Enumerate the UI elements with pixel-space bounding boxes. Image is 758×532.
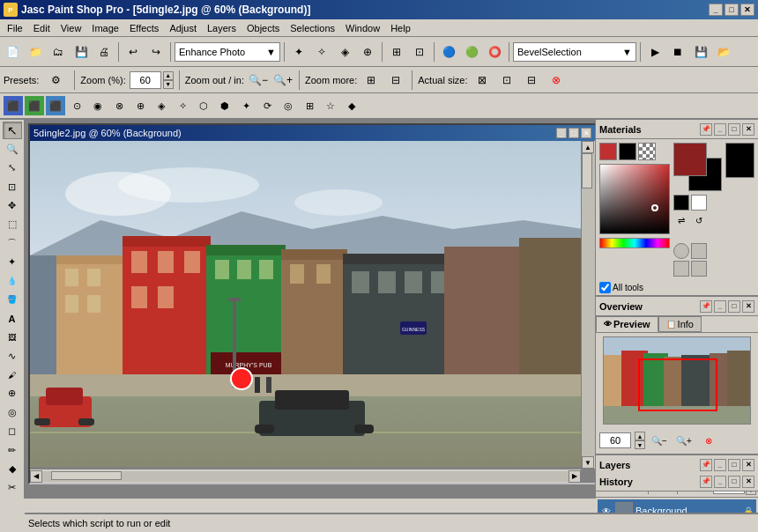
layers-float-button[interactable]: 📌 xyxy=(700,459,712,471)
swap-button[interactable]: ⇌ xyxy=(673,212,689,228)
fx-btn-3[interactable]: ⬛ xyxy=(46,96,65,115)
tool8-button[interactable]: 🟢 xyxy=(461,41,482,63)
fx-btn-2[interactable]: ⬛ xyxy=(25,96,44,115)
tool-deform[interactable]: ⤡ xyxy=(3,159,22,177)
fit-stop[interactable]: ⊗ xyxy=(546,70,567,91)
history-minimize-button[interactable]: _ xyxy=(714,476,726,488)
materials-float-button[interactable]: 📌 xyxy=(700,123,712,136)
fx-btn-13[interactable]: ⟳ xyxy=(257,96,277,115)
vscroll-thumb[interactable] xyxy=(582,153,592,188)
fx-btn-8[interactable]: ◈ xyxy=(152,96,171,115)
tool2-button[interactable]: ✧ xyxy=(311,41,332,63)
fx-btn-15[interactable]: ⊞ xyxy=(300,96,319,115)
browse-button[interactable]: 🗂 xyxy=(48,41,69,63)
tool-paint-bucket[interactable]: 🪣 xyxy=(3,291,22,308)
tool-zoom[interactable]: 🔍 xyxy=(3,140,22,158)
tool-freehand[interactable]: ⌒ xyxy=(3,234,22,252)
canvas-close-button[interactable]: ✕ xyxy=(581,128,591,138)
fx-btn-6[interactable]: ⊗ xyxy=(109,96,129,115)
zoom-down-button[interactable]: ▼ xyxy=(163,80,174,89)
zoom-more-1[interactable]: ⊞ xyxy=(360,70,382,91)
tab-preview[interactable]: 👁 Preview xyxy=(596,316,658,332)
color-mode-button[interactable] xyxy=(673,243,689,259)
fit-window-button[interactable]: ⊡ xyxy=(496,70,517,91)
materials-restore-button[interactable]: □ xyxy=(728,123,740,136)
tool-shapes[interactable]: ◆ xyxy=(3,460,22,477)
open-script-button[interactable]: 📂 xyxy=(713,41,734,63)
tool-pen[interactable]: ✏ xyxy=(3,441,22,459)
overview-close-button[interactable]: ✕ xyxy=(742,300,754,313)
tool7-button[interactable]: 🔵 xyxy=(438,41,459,63)
texture-mode-button[interactable] xyxy=(691,261,707,277)
save-button[interactable]: 💾 xyxy=(71,41,92,63)
stop-script-button[interactable]: ⏹ xyxy=(667,41,688,63)
foreground-color-swatch[interactable] xyxy=(673,143,707,176)
canvas-restore-button[interactable]: □ xyxy=(568,128,579,138)
fx-btn-12[interactable]: ✦ xyxy=(236,96,256,115)
canvas-minimize-button[interactable]: _ xyxy=(556,128,567,138)
layers-close-button[interactable]: ✕ xyxy=(742,459,754,471)
tool-eraser[interactable]: ◻ xyxy=(3,423,22,440)
white-swatch[interactable] xyxy=(691,195,707,211)
tool-clone[interactable]: ⊕ xyxy=(3,385,22,403)
history-close-button[interactable]: ✕ xyxy=(742,476,754,488)
tool-retouch[interactable]: ◎ xyxy=(3,403,22,421)
zoom-out-button[interactable]: 🔍− xyxy=(248,70,269,91)
color-gradient-picker[interactable] xyxy=(599,164,670,234)
fit-all-button[interactable]: ⊟ xyxy=(521,70,542,91)
tool9-button[interactable]: ⭕ xyxy=(484,41,505,63)
black-swatch[interactable] xyxy=(673,195,689,211)
fx-btn-4[interactable]: ⊙ xyxy=(67,96,86,115)
tool-text[interactable]: A xyxy=(3,309,22,327)
gradient-mode-button[interactable] xyxy=(691,243,707,259)
print-button[interactable]: 🖨 xyxy=(93,41,115,63)
menu-item-view[interactable]: View xyxy=(56,19,87,36)
tool1-button[interactable]: ✦ xyxy=(288,41,309,63)
bg-swatch-small[interactable] xyxy=(619,143,636,160)
hscroll-right-button[interactable]: ▶ xyxy=(568,470,581,483)
tool-arrow[interactable]: ↖ xyxy=(3,122,22,139)
menu-item-objects[interactable]: Objects xyxy=(242,19,285,36)
fx-btn-7[interactable]: ⊕ xyxy=(130,96,150,115)
overview-zoom-up[interactable]: ▲ xyxy=(635,432,645,440)
menu-item-image[interactable]: Image xyxy=(86,19,124,36)
zoom-more-2[interactable]: ⊟ xyxy=(385,70,406,91)
tool4-button[interactable]: ⊕ xyxy=(357,41,378,63)
fx-btn-1[interactable]: ⬛ xyxy=(4,96,23,115)
run-script-button[interactable]: ▶ xyxy=(644,41,665,63)
zoom-up-button[interactable]: ▲ xyxy=(163,71,174,80)
tool-airbrush[interactable]: ∿ xyxy=(3,347,22,365)
overview-minimize-button[interactable]: _ xyxy=(714,300,726,313)
tool5-button[interactable]: ⊞ xyxy=(386,41,407,63)
hscroll-thumb[interactable] xyxy=(51,471,122,480)
undo-button[interactable]: ↩ xyxy=(123,41,144,63)
zoom-input[interactable] xyxy=(130,71,161,89)
menu-item-effects[interactable]: Effects xyxy=(124,19,164,36)
app-close-button[interactable]: ✕ xyxy=(740,4,754,16)
tab-info[interactable]: 📋 Info xyxy=(658,316,702,332)
fx-btn-9[interactable]: ✧ xyxy=(173,96,192,115)
color-result-swatch[interactable] xyxy=(725,143,754,178)
menu-item-adjust[interactable]: Adjust xyxy=(164,19,202,36)
materials-minimize-button[interactable]: _ xyxy=(714,123,726,136)
enhance-photo-dropdown[interactable]: Enhance Photo ▼ xyxy=(175,42,280,62)
menu-item-help[interactable]: Help xyxy=(385,19,416,36)
history-float-button[interactable]: 📌 xyxy=(700,476,712,488)
tool-magic-wand[interactable]: ✦ xyxy=(3,253,22,270)
fx-btn-11[interactable]: ⬢ xyxy=(215,96,234,115)
tool-brush[interactable]: 🖌 xyxy=(3,366,22,383)
fx-btn-5[interactable]: ◉ xyxy=(88,96,108,115)
overview-zoom-out-button[interactable]: 🔍− xyxy=(649,430,670,451)
app-minimize-button[interactable]: _ xyxy=(709,4,723,16)
tool6-button[interactable]: ⊡ xyxy=(409,41,430,63)
actual-size-button[interactable]: ⊠ xyxy=(472,70,493,91)
reset-button[interactable]: ↺ xyxy=(691,212,707,228)
overview-reset-button[interactable]: ⊗ xyxy=(698,430,719,451)
app-maximize-button[interactable]: □ xyxy=(725,4,739,16)
overview-zoom-down[interactable]: ▼ xyxy=(635,440,645,449)
open-button[interactable]: 📁 xyxy=(25,41,46,63)
redo-button[interactable]: ↪ xyxy=(145,41,167,63)
canvas-vscroll[interactable]: ▲ ▼ xyxy=(581,141,595,469)
tool-scissors[interactable]: ✂ xyxy=(3,479,22,497)
menu-item-file[interactable]: File xyxy=(2,19,28,36)
